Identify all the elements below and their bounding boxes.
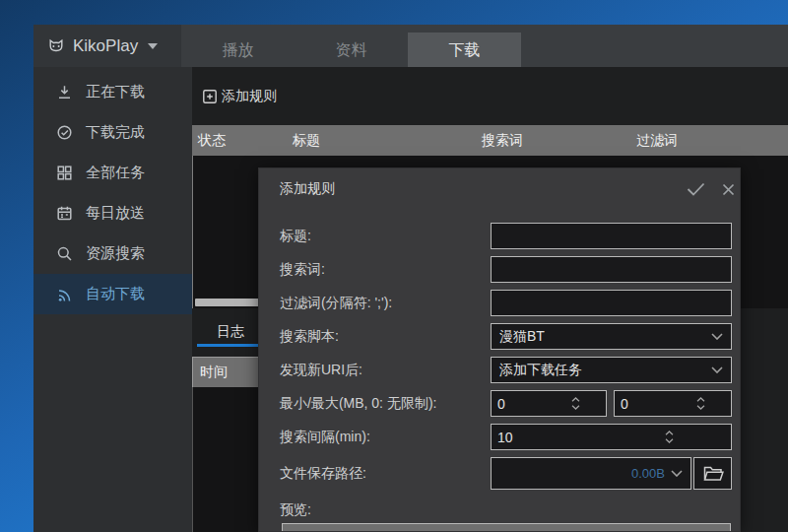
field-label-preview: 预览: — [280, 497, 311, 523]
max-size-spinner[interactable]: 0 — [614, 390, 732, 417]
path-size-text: 0.00B — [499, 466, 671, 481]
sidebar-item-label: 每日放送 — [86, 204, 145, 223]
sidebar-item-auto-download[interactable]: 自动下载 — [33, 274, 192, 314]
add-rule-label: 添加规则 — [222, 88, 277, 105]
field-label-save-path: 文件保存路径: — [280, 457, 366, 490]
tab-library[interactable]: 资料 — [295, 33, 408, 67]
search-interval-value: 10 — [497, 430, 613, 445]
search-interval-spinner[interactable]: 10 — [491, 424, 732, 450]
search-icon — [56, 245, 73, 262]
sidebar-item-label: 自动下载 — [86, 285, 145, 303]
browse-folder-button[interactable] — [693, 457, 732, 490]
calendar-icon — [56, 205, 73, 222]
grid-icon — [56, 165, 73, 181]
desktop-background: KikoPlay 播放 资料 下载 正在下载 下载完成 — [0, 0, 788, 532]
search-script-select[interactable]: 漫猫BT — [491, 323, 732, 350]
filter-word-input[interactable] — [491, 290, 732, 316]
preview-table-header — [283, 524, 730, 532]
sidebar-item-downloading[interactable]: 正在下载 — [33, 72, 192, 112]
confirm-button[interactable] — [683, 178, 708, 200]
sidebar-item-resource-search[interactable]: 资源搜索 — [33, 233, 192, 274]
folder-icon — [702, 465, 724, 482]
preview-table[interactable] — [282, 523, 731, 532]
tab-download[interactable]: 下载 — [408, 33, 521, 67]
min-size-spinner[interactable]: 0 — [491, 390, 607, 417]
spinner-arrows-icon[interactable] — [613, 431, 728, 443]
field-label-interval: 搜索间隔(min): — [280, 424, 370, 450]
column-header-status[interactable]: 状态 — [198, 125, 226, 156]
sidebar-item-daily-broadcast[interactable]: 每日放送 — [33, 193, 192, 233]
check-circle-icon — [56, 124, 73, 141]
tab-play[interactable]: 播放 — [181, 33, 295, 67]
kikoplay-window: KikoPlay 播放 资料 下载 正在下载 下载完成 — [33, 25, 788, 532]
log-tab-label: 日志 — [197, 321, 264, 342]
new-uri-action-value: 添加下载任务 — [499, 362, 711, 379]
titlebar[interactable]: KikoPlay 播放 资料 下载 — [33, 25, 788, 67]
close-x-icon — [722, 183, 735, 196]
field-label-min-max: 最小/最大(MB, 0: 无限制): — [280, 390, 436, 417]
sidebar-item-label: 下载完成 — [86, 123, 145, 142]
chevron-down-icon — [711, 333, 723, 340]
chevron-down-icon — [671, 470, 683, 477]
download-sidebar: 正在下载 下载完成 全部任务 每日放送 — [33, 67, 192, 532]
column-header-search-word[interactable]: 搜索词 — [482, 125, 523, 156]
add-rule-dialog: 添加规则 标题: 搜索词: 过滤词(分隔符: ';'): 搜索脚本: 漫猫BT — [258, 167, 741, 532]
spinner-arrows-icon[interactable] — [550, 397, 602, 410]
add-rule-button[interactable]: 添加规则 — [202, 86, 277, 107]
title-input[interactable] — [491, 223, 732, 249]
rule-table-header: 状态 标题 搜索词 过滤词 — [192, 125, 788, 156]
search-script-value: 漫猫BT — [499, 328, 711, 346]
field-label-filter-word: 过滤词(分隔符: ';'): — [280, 290, 392, 316]
plus-square-icon — [202, 89, 218, 104]
rss-icon — [56, 286, 73, 302]
save-path-select[interactable]: 0.00B — [491, 457, 691, 490]
search-word-input[interactable] — [491, 256, 732, 283]
app-title: KikoPlay — [73, 36, 138, 56]
chevron-down-icon — [711, 366, 723, 373]
close-icon[interactable] — [715, 178, 741, 200]
column-header-title[interactable]: 标题 — [293, 125, 320, 156]
column-header-time: 时间 — [193, 364, 228, 379]
field-label-title: 标题: — [280, 223, 311, 249]
new-uri-action-select[interactable]: 添加下载任务 — [491, 357, 732, 383]
field-label-search-word: 搜索词: — [280, 256, 325, 283]
tab-log[interactable]: 日志 — [197, 321, 264, 347]
sidebar-item-label: 全部任务 — [86, 164, 145, 182]
sidebar-item-label: 资源搜索 — [86, 244, 145, 263]
active-tab-indicator — [197, 344, 264, 347]
main-tabbar: 播放 资料 下载 — [181, 25, 788, 67]
field-label-new-uri: 发现新URI后: — [280, 357, 362, 383]
spinner-arrows-icon[interactable] — [674, 397, 727, 410]
check-icon — [687, 182, 705, 196]
app-menu-button[interactable]: KikoPlay — [33, 25, 181, 67]
max-size-value: 0 — [621, 396, 674, 412]
dialog-title: 添加规则 — [280, 180, 335, 198]
column-header-filter-word[interactable]: 过滤词 — [636, 125, 678, 156]
min-size-value: 0 — [497, 396, 550, 412]
sidebar-item-label: 正在下载 — [86, 83, 145, 101]
field-label-search-script: 搜索脚本: — [280, 323, 339, 350]
sidebar-item-completed[interactable]: 下载完成 — [33, 112, 192, 153]
kikoplay-logo-icon — [47, 37, 65, 55]
sidebar-item-all-tasks[interactable]: 全部任务 — [33, 153, 192, 193]
menu-caret-icon — [148, 43, 158, 49]
download-icon — [56, 84, 73, 100]
